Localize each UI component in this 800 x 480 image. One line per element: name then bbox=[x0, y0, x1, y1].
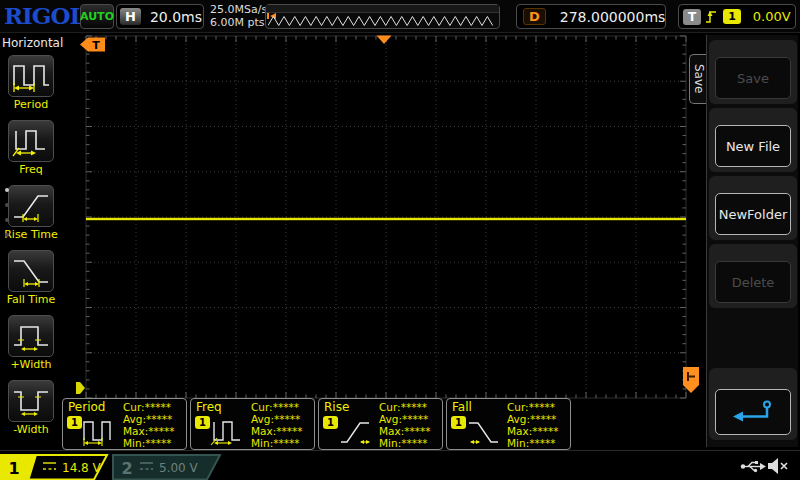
channel-status-bar: 1 14.8 V 2 5.00 V bbox=[0, 450, 800, 480]
stat-cur: Cur:***** bbox=[507, 401, 559, 413]
stat-min: Min:***** bbox=[251, 437, 303, 449]
delete-button[interactable]: Delete bbox=[715, 261, 791, 303]
stat-avg: Avg:***** bbox=[123, 413, 175, 425]
new-file-button[interactable]: New File bbox=[715, 125, 791, 167]
fall-time-icon bbox=[11, 253, 51, 289]
stat-max: Max:***** bbox=[379, 425, 431, 437]
stat-min: Min:***** bbox=[123, 437, 175, 449]
stat-max: Max:***** bbox=[507, 425, 559, 437]
memory-depth: 6.00M pts bbox=[210, 16, 267, 29]
menu-item-save: Save bbox=[709, 40, 797, 104]
measurement-panel-period[interactable]: Period 1 Cur:***** Avg:***** Max:***** M… bbox=[62, 398, 187, 450]
trigger-slope-rising-icon bbox=[705, 8, 718, 25]
menu-item-return bbox=[709, 368, 797, 440]
horizontal-badge: H bbox=[120, 8, 141, 25]
timebase-box: H 20.0ms bbox=[116, 4, 204, 29]
stat-cur: Cur:***** bbox=[123, 401, 175, 413]
stat-avg: Avg:***** bbox=[251, 413, 303, 425]
svg-text:T: T bbox=[92, 39, 100, 52]
menu-item-new-file: New File bbox=[709, 108, 797, 172]
timebase-value: 20.0ms bbox=[150, 9, 202, 25]
rise-time-icon bbox=[11, 188, 51, 224]
period-glyph-icon bbox=[82, 416, 116, 448]
period-icon bbox=[11, 58, 51, 94]
oscilloscope-screen: RIGOL AUTO H 20.0ms 25.0MSa/s 6.00M pts … bbox=[0, 0, 800, 480]
measurement-panel-rise[interactable]: Rise 1 Cur:***** Avg:***** Max:***** Min… bbox=[318, 398, 443, 450]
delay-value: 278.000000ms bbox=[560, 9, 666, 25]
sample-rate: 25.0MSa/s bbox=[210, 3, 267, 16]
pos-width-icon bbox=[11, 318, 51, 354]
top-status-bar: RIGOL AUTO H 20.0ms 25.0MSa/s 6.00M pts … bbox=[0, 0, 800, 33]
preview-waveform-icon bbox=[268, 13, 497, 28]
menu-tab-save: Save bbox=[689, 54, 707, 104]
neg-width-icon bbox=[11, 383, 51, 419]
stat-min: Min:***** bbox=[379, 437, 431, 449]
svg-text:5.00 V: 5.00 V bbox=[159, 461, 199, 475]
trigger-source-badge: 1 bbox=[723, 9, 741, 24]
sidebar-item-fall-time[interactable]: Fall Time bbox=[0, 250, 62, 306]
measurement-panel-fall[interactable]: Fall 1 Cur:***** Avg:***** Max:***** Min… bbox=[446, 398, 571, 450]
trigger-position-marker[interactable] bbox=[376, 35, 392, 45]
ch1-offset-marker[interactable] bbox=[76, 380, 86, 396]
svg-text:14.8 V: 14.8 V bbox=[62, 461, 102, 475]
waveform-preview bbox=[265, 4, 500, 29]
waveform-grid bbox=[85, 35, 687, 399]
trigger-box: T 1 0.00V bbox=[678, 4, 796, 29]
save-button[interactable]: Save bbox=[715, 57, 791, 99]
sidebar-item-period[interactable]: Period bbox=[0, 55, 62, 111]
speaker-muted-icon bbox=[767, 457, 789, 475]
sidebar-item-freq[interactable]: Freq bbox=[0, 120, 62, 176]
menu-item-delete: Delete bbox=[709, 244, 797, 308]
freq-icon bbox=[11, 123, 51, 159]
channel-badge: 1 bbox=[451, 416, 466, 429]
freq-glyph-icon bbox=[210, 416, 244, 448]
acquisition-info: 25.0MSa/s 6.00M pts bbox=[210, 3, 267, 29]
measure-sidebar: Horizontal Period bbox=[0, 33, 62, 450]
return-icon bbox=[731, 399, 775, 425]
usb-icon bbox=[740, 459, 766, 474]
sidebar-item-rise-time[interactable]: Rise Time bbox=[0, 185, 62, 241]
soft-menu: Save New File NewFolder Delete bbox=[706, 35, 798, 447]
stat-cur: Cur:***** bbox=[379, 401, 431, 413]
stat-max: Max:***** bbox=[123, 425, 175, 437]
stat-max: Max:***** bbox=[251, 425, 303, 437]
channel-1-indicator[interactable]: 1 14.8 V bbox=[1, 455, 107, 480]
delay-box: D 278.000000ms bbox=[516, 4, 666, 29]
measurement-panel-freq[interactable]: Freq 1 Cur:***** Avg:***** Max:***** Min… bbox=[190, 398, 315, 450]
stat-avg: Avg:***** bbox=[379, 413, 431, 425]
sidebar-item-pos-width[interactable]: +Width bbox=[0, 315, 62, 371]
delay-badge: D bbox=[523, 8, 546, 25]
svg-text:2: 2 bbox=[121, 459, 132, 478]
svg-text:1: 1 bbox=[8, 459, 19, 478]
channel-badge: 1 bbox=[67, 416, 82, 429]
memory-position-strip bbox=[266, 5, 499, 13]
fall-glyph-icon bbox=[466, 416, 500, 448]
channel-badge: 1 bbox=[323, 416, 338, 429]
trigger-time-marker[interactable]: T bbox=[80, 36, 107, 53]
menu-item-new-folder: NewFolder bbox=[709, 176, 797, 240]
trigger-level-marker[interactable] bbox=[681, 365, 701, 395]
channel-2-indicator[interactable]: 2 5.00 V bbox=[113, 455, 220, 480]
stat-cur: Cur:***** bbox=[251, 401, 303, 413]
sidebar-item-neg-width[interactable]: -Width bbox=[0, 380, 62, 436]
trigger-level-value: 0.00V bbox=[753, 9, 791, 24]
return-button[interactable] bbox=[715, 389, 791, 435]
sidebar-title: Horizontal bbox=[0, 33, 62, 50]
stat-avg: Avg:***** bbox=[507, 413, 559, 425]
channel-badge: 1 bbox=[195, 416, 210, 429]
stat-min: Min:***** bbox=[507, 437, 559, 449]
menu-scroll-indicator bbox=[5, 188, 9, 248]
rise-glyph-icon bbox=[338, 416, 372, 448]
run-status-auto: AUTO bbox=[80, 4, 114, 29]
rigol-logo: RIGOL bbox=[4, 2, 85, 29]
trigger-badge: T bbox=[683, 9, 701, 25]
new-folder-button[interactable]: NewFolder bbox=[715, 193, 791, 235]
channel-indicators: 1 14.8 V 2 5.00 V bbox=[0, 454, 232, 480]
